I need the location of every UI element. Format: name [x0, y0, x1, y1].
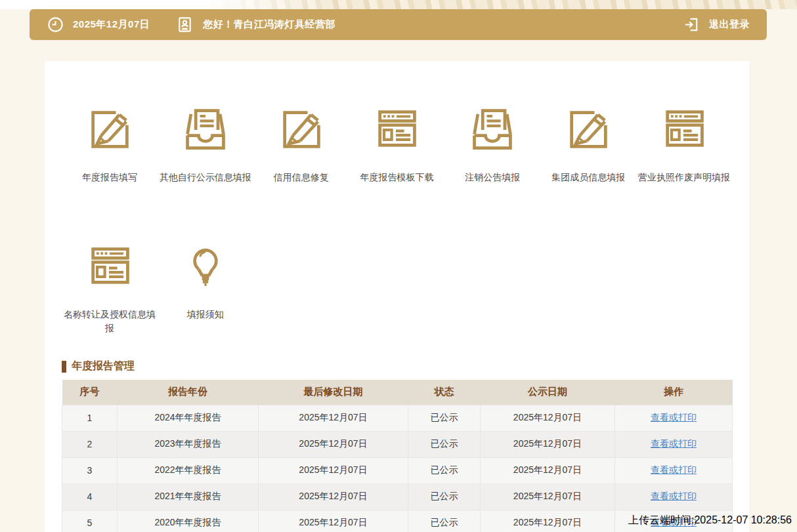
header-user-group: 您好！青白江冯涛灯具经营部	[176, 16, 335, 33]
form-icon	[659, 104, 709, 153]
col-header-status: 状态	[408, 380, 481, 405]
cell-serial: 1	[62, 405, 118, 431]
current-date: 2025年12月07日	[73, 18, 150, 31]
form-icon	[85, 241, 135, 291]
logout-button[interactable]: 退出登录	[683, 16, 750, 33]
cell-serial: 5	[62, 510, 118, 532]
cell-last-modified: 2025年12月07日	[259, 405, 408, 431]
menu-item-name-transfer-authorization[interactable]: 名称转让及授权信息填报	[62, 241, 158, 336]
cell-publish-date: 2025年12月07日	[481, 431, 615, 457]
header-bar: 2025年12月07日 您好！青白江冯涛灯具经营部 退出登录	[30, 9, 767, 40]
col-header-serial: 序号	[62, 380, 118, 405]
cell-report-year: 2020年年度报告	[118, 510, 259, 532]
col-header-last-modified: 最后修改日期	[259, 380, 408, 405]
header-date-group: 2025年12月07日	[47, 16, 150, 33]
cloud-upload-timestamp: 上传云端时间:2025-12-07 10:28:56	[628, 514, 792, 527]
col-header-actions: 操作	[615, 380, 733, 405]
col-header-report-year: 报告年份	[118, 380, 259, 405]
user-badge-icon	[176, 16, 194, 33]
logout-icon	[683, 16, 701, 33]
cell-status: 已公示	[408, 431, 481, 457]
table-row: 4 2021年年度报告 2025年12月07日 已公示 2025年12月07日 …	[62, 483, 733, 510]
cell-report-year: 2024年年度报告	[118, 405, 259, 431]
user-greeting: 您好！青白江冯涛灯具经营部	[203, 18, 335, 31]
menu-item-label: 名称转让及授权信息填报	[63, 308, 156, 336]
logout-label: 退出登录	[709, 18, 750, 31]
lightbulb-icon	[181, 241, 230, 291]
menu-item-label: 集团成员信息填报	[551, 171, 625, 185]
menu-item-deregistration-notice[interactable]: 注销公告填报	[444, 104, 540, 185]
menu-item-label: 年度报告模板下载	[360, 171, 433, 185]
menu-item-credit-repair[interactable]: 信用信息修复	[253, 104, 349, 185]
form-icon	[372, 104, 421, 153]
cell-publish-date: 2025年12月07日	[481, 510, 615, 532]
view-or-print-link[interactable]: 查看或打印	[651, 412, 697, 422]
cell-serial: 3	[62, 457, 118, 483]
menu-item-filing-instructions[interactable]: 填报须知	[158, 241, 253, 336]
cell-last-modified: 2025年12月07日	[259, 431, 408, 457]
page-top-texture	[0, 0, 797, 9]
edit-icon	[85, 104, 135, 153]
table-row: 2 2023年年度报告 2025年12月07日 已公示 2025年12月07日 …	[62, 431, 733, 457]
inbox-icon	[181, 104, 230, 153]
cell-publish-date: 2025年12月07日	[481, 483, 615, 510]
menu-item-label: 信用信息修复	[274, 171, 329, 185]
cell-last-modified: 2025年12月07日	[259, 510, 408, 532]
edit-icon	[276, 104, 326, 153]
main-card: 年度报告填写 其他自行公示信息填报 信用信息修复 年度报告模板下载 注销公告填报…	[45, 61, 749, 532]
menu-item-label: 年度报告填写	[82, 171, 137, 185]
cell-report-year: 2023年年度报告	[118, 431, 259, 457]
table-header-row: 序号 报告年份 最后修改日期 状态 公示日期 操作	[62, 380, 733, 405]
cell-publish-date: 2025年12月07日	[481, 457, 615, 483]
view-or-print-link[interactable]: 查看或打印	[651, 491, 697, 501]
menu-item-group-member-info[interactable]: 集团成员信息填报	[540, 104, 636, 185]
cell-serial: 4	[62, 483, 118, 510]
section-accent-bar	[62, 361, 66, 373]
menu-item-label: 填报须知	[187, 308, 224, 322]
view-or-print-link[interactable]: 查看或打印	[651, 438, 697, 449]
clock-icon	[47, 16, 64, 33]
function-menu: 年度报告填写 其他自行公示信息填报 信用信息修复 年度报告模板下载 注销公告填报…	[62, 61, 732, 336]
cell-status: 已公示	[408, 483, 481, 510]
view-or-print-link[interactable]: 查看或打印	[651, 464, 697, 475]
col-header-publish-date: 公示日期	[481, 380, 615, 405]
menu-item-license-void-declaration[interactable]: 营业执照作废声明填报	[636, 104, 732, 185]
cell-last-modified: 2025年12月07日	[259, 483, 408, 510]
report-section-header: 年度报告管理	[62, 359, 732, 373]
menu-item-label: 其他自行公示信息填报	[160, 171, 251, 185]
cell-report-year: 2022年年度报告	[118, 457, 259, 483]
cell-status: 已公示	[408, 457, 481, 483]
edit-icon	[563, 104, 613, 153]
menu-item-label: 营业执照作废声明填报	[638, 171, 730, 185]
inbox-icon	[467, 104, 517, 153]
table-row: 3 2022年年度报告 2025年12月07日 已公示 2025年12月07日 …	[62, 457, 733, 483]
menu-item-report-template-download[interactable]: 年度报告模板下载	[349, 104, 445, 185]
cell-report-year: 2021年年度报告	[118, 483, 259, 510]
cell-publish-date: 2025年12月07日	[481, 405, 615, 431]
annual-report-table: 序号 报告年份 最后修改日期 状态 公示日期 操作 1 2024年年度报告 20…	[62, 380, 733, 532]
cell-status: 已公示	[408, 405, 481, 431]
menu-item-annual-report-fill[interactable]: 年度报告填写	[62, 104, 158, 185]
cell-serial: 2	[62, 431, 118, 457]
cell-last-modified: 2025年12月07日	[259, 457, 408, 483]
section-title: 年度报告管理	[72, 359, 135, 373]
menu-item-other-self-disclosure[interactable]: 其他自行公示信息填报	[158, 104, 253, 185]
cell-status: 已公示	[408, 510, 481, 532]
table-row: 1 2024年年度报告 2025年12月07日 已公示 2025年12月07日 …	[62, 405, 733, 431]
menu-item-label: 注销公告填报	[465, 171, 520, 185]
